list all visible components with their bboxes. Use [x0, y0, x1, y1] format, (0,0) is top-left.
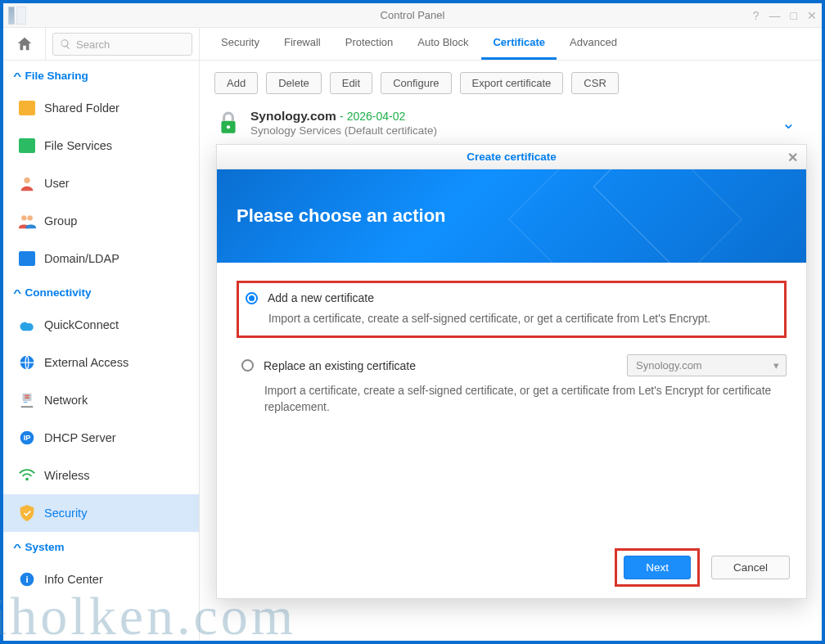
sidebar-item-shared-folder[interactable]: Shared Folder [3, 89, 199, 127]
sidebar-item-label: Domain/LDAP [44, 252, 119, 265]
dialog-title: Create certificate ✕ [217, 145, 806, 169]
sidebar-item-label: Group [44, 214, 77, 227]
search-input[interactable]: Search [52, 33, 192, 56]
dhcp-icon: IP [18, 429, 36, 447]
sidebar-item-label: User [44, 177, 70, 190]
sidebar-item-label: Security [44, 507, 87, 520]
option-desc: Import a certificate, create a self-sign… [264, 383, 787, 416]
sidebar-item-group[interactable]: Group [3, 202, 199, 240]
shield-icon [18, 504, 36, 522]
help-icon[interactable]: ? [753, 9, 760, 22]
option-add-new[interactable]: Add a new certificate Import a certifica… [237, 281, 787, 338]
close-window-icon[interactable]: ✕ [807, 9, 817, 22]
tab-bar: Security Firewall Protection Auto Block … [200, 28, 822, 60]
home-icon [16, 35, 34, 53]
delete-button[interactable]: Delete [266, 72, 322, 94]
sidebar-item-quickconnect[interactable]: QuickConnect [3, 306, 199, 344]
tab-autoblock[interactable]: Auto Block [406, 28, 480, 60]
minimize-icon[interactable]: ― [769, 9, 781, 22]
sidebar-item-label: Network [44, 394, 88, 407]
domain-icon [18, 250, 36, 268]
tab-firewall[interactable]: Firewall [273, 28, 332, 60]
home-button[interactable] [3, 28, 46, 60]
radio-replace[interactable] [241, 359, 254, 372]
maximize-icon[interactable]: □ [791, 9, 797, 22]
add-button[interactable]: Add [214, 72, 258, 94]
csr-button[interactable]: CSR [571, 72, 618, 94]
svg-rect-4 [23, 394, 32, 401]
sidebar-item-label: Wireless [44, 469, 90, 482]
sidebar-item-label: Shared Folder [44, 101, 119, 115]
cert-expiry: 2026-04-02 [347, 110, 406, 123]
radio-add-new[interactable] [246, 292, 258, 304]
cert-name: Synology.com [250, 109, 336, 123]
cancel-button[interactable]: Cancel [711, 556, 790, 579]
sidebar-item-user[interactable]: User [3, 164, 199, 202]
user-icon [18, 174, 36, 192]
sidebar-item-file-services[interactable]: File Services [3, 127, 199, 164]
sidebar-item-label: QuickConnect [44, 318, 119, 331]
folder-icon [18, 99, 36, 117]
sidebar-section-system[interactable]: System [3, 532, 199, 561]
lock-icon [218, 110, 239, 135]
sidebar-item-label: DHCP Server [44, 431, 116, 444]
chevron-down-icon[interactable]: ⌄ [782, 113, 796, 133]
window-title: Control Panel [381, 9, 445, 21]
globe-icon [18, 354, 36, 372]
export-button[interactable]: Export certificate [460, 72, 564, 94]
certificate-row[interactable]: Synology.com - 2026-04-02 Synology Servi… [214, 104, 807, 147]
option-desc: Import a certificate, create a self-sign… [268, 311, 778, 327]
tab-advanced[interactable]: Advanced [558, 28, 629, 60]
edit-button[interactable]: Edit [330, 72, 372, 94]
app-icon [8, 7, 28, 25]
file-services-icon [18, 137, 36, 155]
network-icon [18, 391, 36, 409]
dialog-heading-label: Please choose an action [237, 205, 446, 227]
sidebar-item-external-access[interactable]: External Access [3, 344, 199, 381]
info-icon: i [18, 570, 36, 588]
tab-protection[interactable]: Protection [334, 28, 405, 60]
option-label: Add a new certificate [268, 291, 374, 304]
sidebar-item-info-center[interactable]: i Info Center [3, 561, 199, 598]
search-placeholder: Search [76, 38, 110, 51]
sidebar-item-network[interactable]: Network [3, 381, 199, 419]
configure-button[interactable]: Configure [381, 72, 451, 94]
group-icon [18, 212, 36, 230]
window-titlebar: Control Panel ? ― □ ✕ [3, 3, 822, 28]
svg-text:i: i [25, 574, 28, 584]
sidebar-item-domain[interactable]: Domain/LDAP [3, 240, 199, 277]
tab-security[interactable]: Security [210, 28, 271, 60]
sidebar-item-label: External Access [44, 356, 128, 369]
cert-desc: Synology Services (Default certificate) [250, 124, 804, 137]
svg-point-1 [21, 215, 26, 220]
next-button[interactable]: Next [624, 556, 691, 579]
create-certificate-dialog: Create certificate ✕ Please choose an ac… [216, 144, 807, 599]
svg-point-11 [227, 125, 230, 128]
cloud-icon [18, 316, 36, 334]
tab-certificate[interactable]: Certificate [481, 28, 557, 60]
sidebar-item-wireless[interactable]: Wireless [3, 457, 199, 494]
sidebar-item-label: File Services [44, 139, 112, 152]
svg-point-0 [24, 178, 29, 183]
sidebar-item-dhcp[interactable]: IP DHCP Server [3, 419, 199, 457]
svg-point-2 [27, 215, 32, 220]
close-icon[interactable]: ✕ [787, 150, 798, 165]
wifi-icon [18, 466, 36, 484]
svg-text:IP: IP [24, 434, 31, 442]
search-icon [60, 38, 71, 50]
option-replace[interactable]: Replace an existing certificate Synology… [237, 346, 787, 424]
sidebar-item-label: Info Center [44, 573, 103, 586]
dialog-title-label: Create certificate [467, 151, 557, 163]
sidebar-item-security[interactable]: Security [3, 494, 199, 532]
dialog-heading: Please choose an action [217, 169, 806, 263]
svg-point-7 [25, 478, 29, 481]
sidebar-section-filesharing[interactable]: File Sharing [3, 61, 199, 89]
replace-cert-select[interactable]: Synology.com [627, 354, 787, 376]
option-label: Replace an existing certificate [264, 359, 416, 372]
sidebar: File Sharing Shared Folder File Services… [3, 61, 200, 641]
sidebar-section-connectivity[interactable]: Connectivity [3, 277, 199, 306]
